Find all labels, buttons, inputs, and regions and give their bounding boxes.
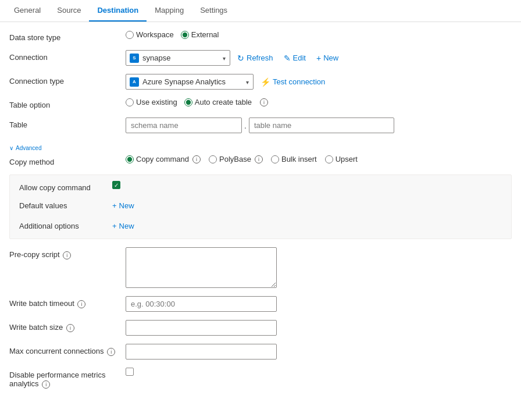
copy-command-info-icon[interactable]: i	[192, 155, 201, 163]
edit-label: Edit	[293, 54, 306, 62]
write-batch-size-row: Write batch size i	[9, 320, 512, 336]
table-control: .	[126, 118, 512, 133]
radio-polybase[interactable]: PolyBase i	[209, 155, 263, 163]
edit-button[interactable]: ✎ Edit	[280, 51, 309, 65]
allow-copy-command-checkbox[interactable]: ✓	[112, 181, 120, 189]
write-batch-size-label: Write batch size i	[9, 320, 126, 332]
disable-performance-control	[126, 368, 512, 376]
connection-type-row: Connection type A Azure Synapse Analytic…	[9, 74, 512, 90]
polybase-info-icon[interactable]: i	[255, 155, 263, 163]
checkmark-icon: ✓	[114, 182, 119, 188]
default-values-row: Default values + New	[19, 199, 502, 212]
radio-upsert[interactable]: Upsert	[325, 155, 358, 163]
max-concurrent-connections-input[interactable]	[126, 344, 277, 360]
additional-options-plus-icon: +	[112, 222, 117, 230]
radio-copy-command-input[interactable]	[126, 155, 134, 163]
tab-destination[interactable]: Destination	[89, 0, 147, 22]
test-connection-label: Test connection	[273, 77, 325, 86]
default-values-label: Default values	[19, 199, 112, 210]
pre-copy-script-control	[126, 247, 512, 288]
radio-workspace[interactable]: Workspace	[126, 30, 174, 39]
allow-copy-command-label: Allow copy command	[19, 181, 112, 192]
advanced-toggle[interactable]: ∨ Advanced	[9, 141, 512, 155]
radio-external-input[interactable]	[181, 31, 189, 39]
tab-settings[interactable]: Settings	[192, 0, 235, 22]
radio-bulk-insert[interactable]: Bulk insert	[271, 155, 317, 163]
connection-type-label: Connection type	[9, 74, 126, 86]
copy-method-control: Copy command i PolyBase i Bulk insert Up…	[126, 155, 512, 163]
new-connection-plus-icon: +	[316, 54, 321, 63]
table-option-row: Table option Use existing Auto create ta…	[9, 98, 512, 109]
radio-polybase-label: PolyBase	[219, 155, 251, 163]
max-concurrent-connections-row: Max concurrent connections i	[9, 344, 512, 360]
table-option-info-icon[interactable]: i	[260, 98, 268, 106]
connection-control: S synapse ▾ ↻ Refresh ✎ Edit + New	[126, 50, 512, 66]
write-batch-timeout-control	[126, 296, 512, 312]
max-concurrent-connections-control	[126, 344, 512, 360]
write-batch-size-input[interactable]	[126, 320, 277, 336]
connection-type-select-wrapper: A Azure Synapse Analytics ▾	[126, 74, 254, 90]
radio-copy-command[interactable]: Copy command i	[126, 155, 201, 163]
additional-options-new-button[interactable]: + New	[112, 219, 134, 233]
connection-type-select[interactable]: Azure Synapse Analytics	[126, 74, 254, 90]
pre-copy-script-row: Pre-copy script i	[9, 247, 512, 288]
pre-copy-script-info-icon[interactable]: i	[63, 251, 71, 259]
default-values-new-button[interactable]: + New	[112, 199, 134, 212]
write-batch-size-info-icon[interactable]: i	[66, 324, 74, 332]
tab-mapping[interactable]: Mapping	[147, 0, 192, 22]
refresh-label: Refresh	[247, 54, 273, 62]
disable-performance-checkbox[interactable]	[126, 368, 134, 376]
additional-options-label: Additional options	[19, 219, 112, 230]
pre-copy-script-textarea[interactable]	[126, 247, 277, 288]
tab-bar: General Source Destination Mapping Setti…	[0, 0, 521, 22]
test-connection-button[interactable]: ⚡ Test connection	[257, 75, 329, 89]
tab-general[interactable]: General	[6, 0, 49, 22]
radio-workspace-input[interactable]	[126, 31, 134, 39]
write-batch-timeout-info-icon[interactable]: i	[77, 300, 85, 308]
radio-use-existing-input[interactable]	[126, 98, 134, 106]
advanced-toggle-label: Advanced	[16, 145, 41, 151]
copy-method-label: Copy method	[9, 155, 126, 166]
table-input[interactable]	[249, 118, 394, 133]
radio-polybase-input[interactable]	[209, 155, 217, 163]
disable-performance-info-icon[interactable]: i	[42, 380, 50, 389]
tab-source[interactable]: Source	[49, 0, 89, 22]
refresh-button[interactable]: ↻ Refresh	[234, 51, 277, 65]
pre-copy-script-label: Pre-copy script i	[9, 247, 126, 259]
allow-copy-command-control: ✓	[112, 181, 502, 189]
edit-icon: ✎	[284, 54, 291, 63]
default-values-control: + New	[112, 199, 502, 212]
radio-bulk-insert-input[interactable]	[271, 155, 279, 163]
radio-auto-create-input[interactable]	[184, 98, 192, 106]
radio-upsert-label: Upsert	[336, 155, 358, 163]
radio-use-existing-label: Use existing	[136, 98, 177, 106]
test-connection-icon: ⚡	[260, 77, 270, 87]
table-label: Table	[9, 118, 126, 129]
disable-performance-label: Disable performance metrics analytics i	[9, 368, 126, 389]
new-connection-button[interactable]: + New	[313, 51, 342, 65]
schema-input[interactable]	[126, 118, 242, 133]
radio-auto-create[interactable]: Auto create table	[184, 98, 252, 106]
connection-label: Connection	[9, 50, 126, 62]
allow-copy-command-row: Allow copy command ✓	[19, 181, 502, 192]
table-option-label: Table option	[9, 98, 126, 109]
dot-separator: .	[244, 121, 247, 130]
write-batch-timeout-row: Write batch timeout i	[9, 296, 512, 312]
write-batch-timeout-label: Write batch timeout i	[9, 296, 126, 308]
connection-select-wrapper: S synapse ▾	[126, 50, 230, 66]
radio-copy-command-label: Copy command	[136, 155, 189, 163]
write-batch-timeout-input[interactable]	[126, 296, 277, 312]
data-store-type-control: Workspace External	[126, 30, 512, 39]
max-concurrent-connections-info-icon[interactable]: i	[107, 348, 115, 356]
data-store-type-label: Data store type	[9, 30, 126, 42]
synapse-icon: S	[130, 54, 139, 63]
connection-select[interactable]: synapse	[126, 50, 230, 66]
radio-upsert-input[interactable]	[325, 155, 333, 163]
refresh-icon: ↻	[237, 54, 244, 63]
copy-method-row: Copy method Copy command i PolyBase i Bu…	[9, 155, 512, 166]
form-container: Data store type Workspace External Conne…	[0, 22, 521, 405]
radio-external[interactable]: External	[181, 30, 219, 39]
table-option-control: Use existing Auto create table i	[126, 98, 512, 106]
radio-use-existing[interactable]: Use existing	[126, 98, 177, 106]
radio-auto-create-label: Auto create table	[195, 98, 252, 106]
